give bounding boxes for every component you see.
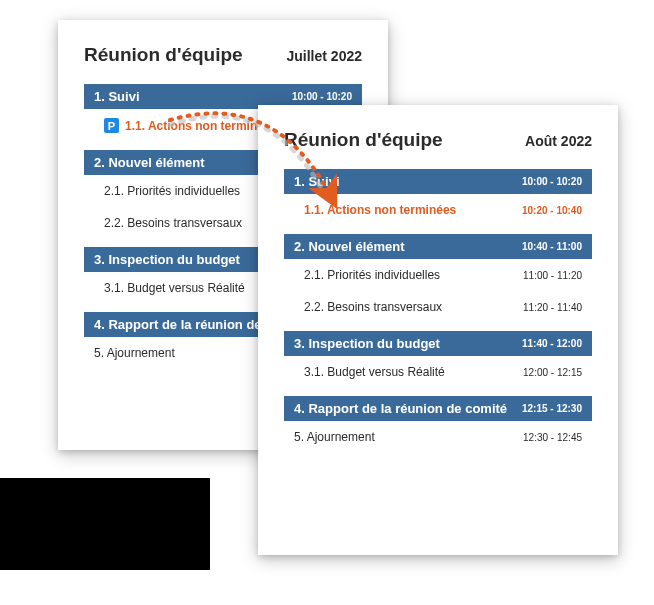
card-header: Réunion d'équipe Juillet 2022: [84, 44, 362, 66]
sub-label: 2.2. Besoins transversaux: [304, 300, 442, 314]
sub-ajournement: 5. Ajournement 12:30 - 12:45: [284, 421, 592, 453]
sub-actions-non-terminees: 1.1. Actions non terminées 10:20 - 10:40: [284, 194, 592, 226]
sub-time: 11:20 - 11:40: [523, 302, 582, 313]
section-time: 12:15 - 12:30: [522, 403, 582, 414]
sub-label: 5. Ajournement: [294, 430, 375, 444]
sub-label: 2.1. Priorités individuelles: [304, 268, 440, 282]
sub-label: 3.1. Budget versus Réalité: [104, 281, 245, 295]
section-budget: 3. Inspection du budget 11:40 - 12:00: [284, 331, 592, 356]
section-label: 2. Nouvel élément: [294, 239, 405, 254]
sub-time: 11:00 - 11:20: [523, 270, 582, 281]
section-label: 3. Inspection du budget: [294, 336, 440, 351]
sub-time: 12:00 - 12:15: [523, 367, 582, 378]
card-date: Juillet 2022: [287, 48, 363, 64]
sub-label: 2.1. Priorités individuelles: [104, 184, 240, 198]
park-icon: P: [104, 118, 119, 133]
background-block: [0, 478, 210, 570]
section-label: 3. Inspection du budget: [94, 252, 240, 267]
section-label: 1. Suivi: [94, 89, 140, 104]
sub-label: 1.1. Actions non terminées: [125, 119, 277, 133]
sub-time: 10:20 - 10:40: [522, 205, 582, 216]
sub-besoins: 2.2. Besoins transversaux 11:20 - 11:40: [284, 291, 592, 323]
card-header: Réunion d'équipe Août 2022: [284, 129, 592, 151]
section-label: 2. Nouvel élément: [94, 155, 205, 170]
section-label: 4. Rapport de la réunion de comité: [294, 401, 507, 416]
sub-budget-realite: 3.1. Budget versus Réalité 12:00 - 12:15: [284, 356, 592, 388]
section-nouvel-element: 2. Nouvel élément 10:40 - 11:00: [284, 234, 592, 259]
section-time: 10:40 - 11:00: [522, 241, 582, 252]
agenda-card-august: Réunion d'équipe Août 2022 1. Suivi 10:0…: [258, 105, 618, 555]
sub-label: 2.2. Besoins transversaux: [104, 216, 242, 230]
card-title: Réunion d'équipe: [284, 129, 443, 151]
sub-label: 5. Ajournement: [94, 346, 175, 360]
sub-priorites: 2.1. Priorités individuelles 11:00 - 11:…: [284, 259, 592, 291]
section-time: 10:00 - 10:20: [522, 176, 582, 187]
sub-time: 12:30 - 12:45: [523, 432, 582, 443]
section-time: 11:40 - 12:00: [522, 338, 582, 349]
section-rapport: 4. Rapport de la réunion de comité 12:15…: [284, 396, 592, 421]
card-title: Réunion d'équipe: [84, 44, 243, 66]
section-suivi: 1. Suivi 10:00 - 10:20: [284, 169, 592, 194]
sub-label: 1.1. Actions non terminées: [304, 203, 456, 217]
section-label: 1. Suivi: [294, 174, 340, 189]
section-time: 10:00 - 10:20: [292, 91, 352, 102]
card-date: Août 2022: [525, 133, 592, 149]
sub-label: 3.1. Budget versus Réalité: [304, 365, 445, 379]
